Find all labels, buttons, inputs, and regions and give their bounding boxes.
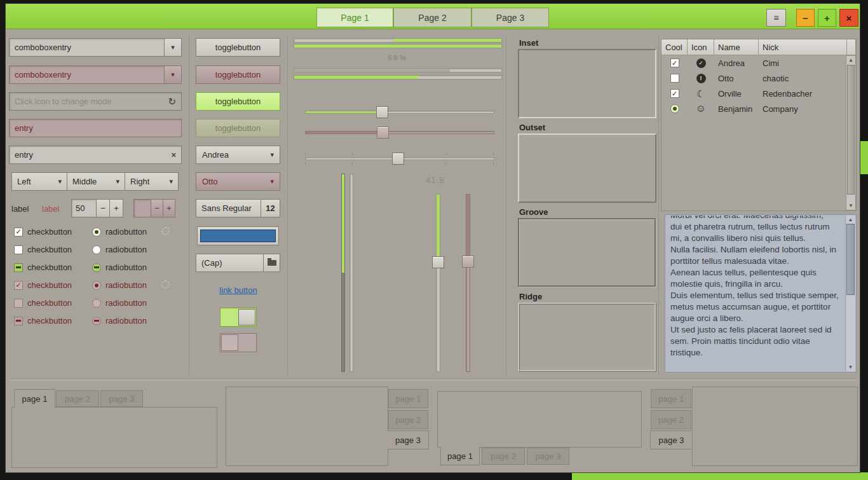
spinbutton-minus-button[interactable]: − [96, 199, 110, 217]
vertical-progressbar-empty [349, 174, 353, 372]
combo-middle[interactable]: Middle▾ [67, 172, 125, 191]
row-checkbox-unchecked[interactable] [670, 74, 679, 83]
column-header-name[interactable]: Name [714, 39, 759, 55]
plus-icon: + [114, 203, 119, 213]
scrollbar-up-icon[interactable]: ▲ [848, 56, 853, 64]
header-tab-label: Page 3 [496, 13, 524, 23]
scale-track [466, 194, 470, 372]
scale-horizontal[interactable] [305, 106, 494, 118]
tree-scrollbar[interactable]: ▲ ▼ [846, 55, 856, 210]
radiobutton-unchecked[interactable]: radiobutton [92, 245, 147, 254]
header-tab-page-3[interactable]: Page 3 [471, 8, 549, 27]
comboboxentry-dropdown-button[interactable]: ▾ [164, 38, 182, 57]
scale-slider[interactable] [392, 153, 404, 165]
minimize-button[interactable]: − [796, 9, 815, 27]
radio-mixed-icon[interactable] [92, 263, 101, 272]
notebook-right-tab-page-1[interactable]: page 1 [388, 389, 428, 408]
notebook-right-tab-page-2[interactable]: page 2 [388, 410, 428, 429]
scrollbar-down-icon[interactable]: ▼ [848, 202, 853, 210]
tree-row[interactable]: ✓ ✓ Andrea Cimi [661, 55, 847, 71]
notebook-bottom-tab-page-1[interactable]: page 1 [440, 447, 480, 465]
radio-unchecked-icon[interactable] [92, 245, 101, 254]
togglebutton-active[interactable]: togglebutton [196, 92, 280, 111]
notebook-top-tab-page-1[interactable]: page 1 [14, 389, 55, 408]
color-button[interactable] [197, 226, 279, 245]
tree-row[interactable]: ☺ Benjamin Company [661, 101, 847, 116]
checkbox-checked-icon[interactable]: ✓ [14, 228, 23, 237]
combobox-name[interactable]: Andrea▾ [196, 146, 280, 164]
combo-left[interactable]: Left▾ [11, 172, 67, 191]
clear-icon[interactable]: × [171, 151, 176, 159]
scrollbar-down-icon[interactable]: ▼ [848, 363, 853, 371]
entry-clearable[interactable]: entry × [9, 146, 182, 164]
file-chooser-button[interactable]: (Cap) [196, 254, 280, 272]
tree-row[interactable]: ✓ ☾ Orville Redenbacher [661, 86, 847, 101]
spinbutton-plus-button[interactable]: + [109, 199, 123, 217]
comboboxentry[interactable]: comboboxentry ▾ [9, 38, 182, 57]
checkbutton-unchecked[interactable]: checkbutton [14, 245, 72, 254]
maximize-button[interactable]: + [818, 9, 836, 27]
notebook-left-tab-page-1[interactable]: page 1 [651, 389, 691, 408]
refresh-icon[interactable]: ↻ [168, 97, 176, 106]
radio-checked-icon[interactable] [92, 228, 101, 237]
menu-button[interactable]: ≡ [766, 9, 786, 27]
separator [287, 36, 288, 375]
header-tab-page-1[interactable]: Page 1 [316, 8, 393, 27]
frame-ridge [518, 303, 656, 372]
switch-off[interactable] [220, 333, 257, 352]
scale-vertical[interactable] [432, 194, 444, 372]
checkbutton-checked[interactable]: ✓checkbutton [14, 227, 72, 237]
checkbox-mixed-icon[interactable] [14, 263, 23, 272]
togglebutton-label: togglebutton [215, 70, 261, 79]
spinbutton[interactable]: 50 − + [71, 199, 123, 217]
frame-inset [518, 49, 656, 118]
column-header-nick[interactable]: Nick [759, 39, 847, 55]
notebook-bottom-tab-page-3[interactable]: page 3 [527, 448, 569, 465]
notebook-top-tab-page-2[interactable]: page 2 [56, 390, 99, 407]
row-checkbox-checked[interactable]: ✓ [670, 58, 679, 67]
switch-knob[interactable] [221, 334, 238, 351]
scale-slider[interactable] [376, 106, 388, 118]
radiobutton-label: radiobutton [105, 316, 147, 326]
spinbutton-value[interactable]: 50 [71, 199, 97, 217]
scale-horizontal-marks[interactable] [305, 153, 494, 165]
chevron-down-icon: ▾ [270, 151, 274, 158]
notebook-left-tab-page-3[interactable]: page 3 [650, 430, 692, 449]
textview-scrollbar[interactable]: ▲ ▼ [845, 216, 855, 371]
notebook-top-tab-page-3[interactable]: page 3 [100, 390, 143, 407]
chevron-down-icon: ▾ [171, 71, 175, 78]
checkbutton-mixed[interactable]: checkbutton [14, 263, 72, 272]
tree-cell-nick: Cimi [759, 58, 847, 68]
notebook-left-tab-page-2[interactable]: page 2 [651, 410, 691, 429]
switch-knob[interactable] [238, 309, 255, 326]
comboboxentry-text[interactable]: comboboxentry [9, 38, 165, 57]
scale-track[interactable] [436, 194, 440, 372]
row-checkbox-checked[interactable]: ✓ [670, 89, 679, 98]
link-button[interactable]: link button [210, 285, 267, 295]
scrollbar-up-icon[interactable]: ▲ [848, 216, 853, 224]
tree-row[interactable]: ! Otto chaotic [661, 71, 847, 86]
radiobutton-checked-disabled: radiobutton [92, 280, 147, 290]
scrollbar-thumb[interactable] [846, 224, 855, 295]
column-header-icon[interactable]: Icon [688, 39, 714, 55]
togglebutton-normal[interactable]: togglebutton [196, 38, 280, 57]
scale-slider[interactable] [432, 256, 444, 268]
notebook-right-tab-page-3[interactable]: page 3 [388, 430, 429, 449]
radiobutton-checked[interactable]: radiobutton [92, 227, 147, 237]
notebook-bottom-tab-page-2[interactable]: page 2 [482, 448, 525, 465]
radiobutton-mixed[interactable]: radiobutton [92, 263, 147, 272]
header-tab-page-2[interactable]: Page 2 [393, 8, 471, 27]
close-button[interactable]: × [839, 9, 858, 27]
checkbox-unchecked-icon[interactable] [14, 245, 23, 254]
scale-horizontal-disabled [305, 127, 494, 139]
togglebutton-disabled: togglebutton [196, 65, 280, 84]
switch-on[interactable] [220, 308, 257, 327]
textview[interactable]: Morbi vel orci erat. Maecenas dignissim,… [665, 214, 857, 373]
row-radio-checked[interactable] [670, 104, 679, 113]
column-header-cool[interactable]: Cool [661, 39, 688, 55]
scale-track[interactable] [305, 111, 494, 114]
scrollbar-thumb[interactable] [847, 65, 855, 195]
textview-text[interactable]: Morbi vel orci erat. Maecenas dignissim,… [666, 216, 843, 359]
font-button[interactable]: Sans Regular 12 [196, 199, 280, 217]
combo-right[interactable]: Right▾ [125, 172, 179, 191]
